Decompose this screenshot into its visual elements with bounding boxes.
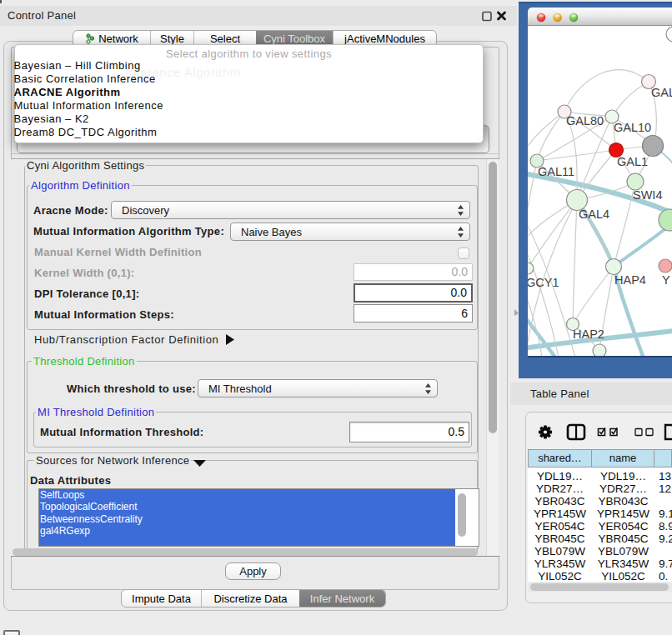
svg-text:GCY1: GCY1 <box>528 276 559 289</box>
svg-text:GAL4: GAL4 <box>579 208 609 221</box>
svg-text:HAP2: HAP2 <box>573 328 604 341</box>
svg-text:GAL10: GAL10 <box>614 121 651 134</box>
svg-text:GAL80: GAL80 <box>566 114 604 128</box>
svg-text:GAL11: GAL11 <box>538 165 574 178</box>
svg-text:HAP4: HAP4 <box>614 273 646 287</box>
svg-text:SWI4: SWI4 <box>633 188 662 202</box>
svg-text:Y: Y <box>662 273 670 287</box>
svg-text:GAL1: GAL1 <box>617 155 648 168</box>
svg-text:GAL: GAL <box>651 86 672 99</box>
